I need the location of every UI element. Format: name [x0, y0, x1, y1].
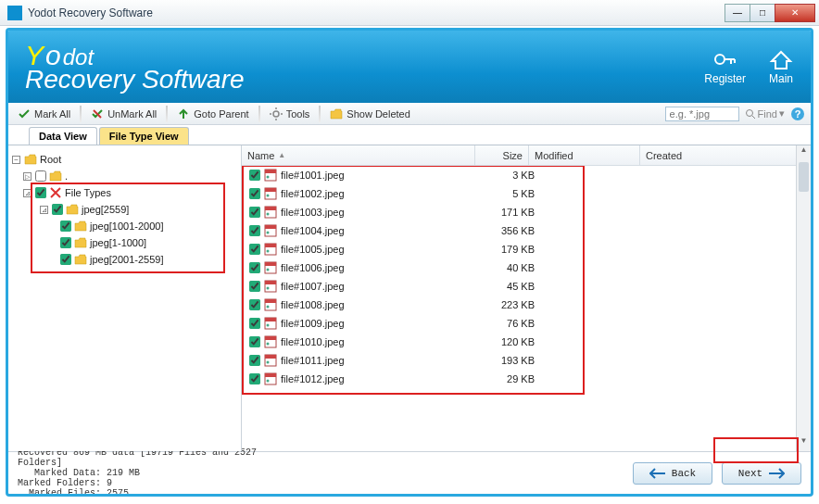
file-checkbox[interactable]	[249, 188, 260, 199]
column-created[interactable]: Created	[640, 145, 811, 165]
file-size: 356 KB	[486, 225, 540, 236]
column-modified[interactable]: Modified	[529, 145, 640, 165]
file-name: file#1002.jpeg	[281, 188, 486, 199]
svg-point-14	[267, 213, 270, 216]
file-size: 179 KB	[486, 244, 540, 255]
svg-rect-28	[265, 299, 276, 303]
image-file-icon	[264, 354, 277, 367]
file-checkbox[interactable]	[249, 281, 260, 292]
file-size: 223 KB	[486, 299, 540, 310]
file-checkbox[interactable]	[249, 336, 260, 347]
tree-checkbox[interactable]	[60, 220, 71, 232]
back-button[interactable]: Back	[633, 462, 712, 485]
scroll-down-icon[interactable]: ▼	[797, 436, 811, 451]
file-row[interactable]: file#1003.jpeg 171 KB	[242, 203, 811, 221]
tree-jpeg-1001[interactable]: jpeg[1001-2000]	[12, 218, 237, 234]
unmark-all-button[interactable]: UnMark All	[87, 106, 160, 122]
file-checkbox[interactable]	[249, 207, 260, 218]
svg-rect-31	[265, 318, 276, 321]
status-text: Recovered 869 MB data [19719 Files and 2…	[18, 447, 257, 497]
file-row[interactable]: file#1010.jpeg 120 KB	[242, 333, 811, 351]
file-name: file#1007.jpeg	[281, 281, 486, 292]
scroll-up-icon[interactable]: ▲	[797, 145, 811, 160]
tree-dot[interactable]: ▷ .	[12, 168, 237, 184]
collapse-icon[interactable]: ⊿	[40, 206, 48, 214]
svg-rect-40	[265, 373, 276, 377]
file-row[interactable]: file#1002.jpeg 5 KB	[242, 184, 811, 203]
file-row[interactable]: file#1007.jpeg 45 KB	[242, 277, 811, 296]
image-file-icon	[264, 224, 277, 237]
main-button[interactable]: Main	[768, 48, 794, 85]
tab-data-view[interactable]: Data View	[29, 127, 97, 145]
help-icon[interactable]: ?	[790, 107, 805, 121]
collapse-icon[interactable]: −	[12, 156, 20, 164]
mark-all-button[interactable]: Mark All	[14, 106, 74, 122]
svg-point-32	[267, 324, 270, 327]
svg-rect-19	[265, 244, 276, 247]
file-name: file#1005.jpeg	[281, 244, 486, 255]
file-name: file#1006.jpeg	[281, 262, 486, 273]
file-checkbox[interactable]	[249, 244, 260, 255]
file-checkbox[interactable]	[249, 170, 260, 181]
tree-checkbox[interactable]	[60, 254, 71, 265]
column-size[interactable]: Size	[475, 145, 529, 165]
file-row[interactable]: file#1004.jpeg 356 KB	[242, 221, 811, 240]
tools-button[interactable]: Tools	[266, 106, 314, 122]
folder-open-icon	[330, 107, 343, 120]
image-file-icon	[264, 298, 277, 311]
file-name: file#1008.jpeg	[281, 299, 486, 310]
register-button[interactable]: Register	[704, 48, 746, 85]
search-icon	[745, 108, 756, 120]
tab-file-type-view[interactable]: File Type View	[99, 127, 189, 145]
folder-tree: − Root ▷ . ⊿ File Types ⊿	[8, 145, 242, 451]
image-file-icon	[264, 261, 277, 274]
svg-point-35	[267, 343, 270, 346]
collapse-icon[interactable]: ⊿	[23, 189, 32, 197]
file-row[interactable]: file#1005.jpeg 179 KB	[242, 240, 811, 258]
file-checkbox[interactable]	[249, 318, 260, 329]
image-file-icon	[264, 335, 277, 348]
scrollbar[interactable]: ▲ ▼	[796, 145, 811, 451]
svg-rect-13	[265, 207, 276, 210]
tree-checkbox[interactable]	[35, 187, 46, 198]
tree-checkbox[interactable]	[52, 204, 63, 215]
svg-rect-37	[265, 355, 276, 359]
file-row[interactable]: file#1008.jpeg 223 KB	[242, 296, 811, 314]
file-row[interactable]: file#1006.jpeg 40 KB	[242, 258, 811, 277]
tree-jpeg-2001[interactable]: jpeg[2001-2559]	[12, 251, 237, 268]
expand-icon[interactable]: ▷	[23, 172, 32, 181]
file-row[interactable]: file#1011.jpeg 193 KB	[242, 351, 811, 370]
file-checkbox[interactable]	[249, 373, 260, 384]
minimize-button[interactable]: —	[724, 4, 750, 22]
tree-file-types[interactable]: ⊿ File Types	[12, 184, 237, 201]
svg-point-26	[267, 287, 270, 290]
maximize-button[interactable]: □	[750, 4, 775, 22]
tree-jpeg-1[interactable]: jpeg[1-1000]	[12, 234, 237, 251]
tree-checkbox[interactable]	[60, 237, 71, 248]
scroll-thumb[interactable]	[799, 162, 809, 192]
tree-root[interactable]: − Root	[12, 151, 237, 168]
next-button[interactable]: Next	[722, 462, 801, 485]
folder-icon	[74, 220, 87, 233]
file-checkbox[interactable]	[249, 355, 260, 366]
show-deleted-button[interactable]: Show Deleted	[326, 106, 414, 122]
app-header: Yodot Recovery Software Register Main	[8, 31, 811, 103]
file-checkbox[interactable]	[249, 299, 260, 310]
file-size: 40 KB	[486, 262, 540, 273]
file-checkbox[interactable]	[249, 225, 260, 236]
app-icon	[7, 6, 22, 20]
close-button[interactable]: ✕	[775, 4, 815, 22]
logo: Yodot Recovery Software	[25, 43, 245, 91]
find-button[interactable]: Find ▾	[745, 107, 785, 120]
file-checkbox[interactable]	[249, 262, 260, 273]
file-row[interactable]: file#1001.jpeg 3 KB	[242, 166, 811, 184]
column-name[interactable]: Name▲	[242, 145, 475, 165]
goto-parent-button[interactable]: Goto Parent	[173, 106, 252, 122]
tree-checkbox[interactable]	[35, 170, 46, 182]
svg-point-20	[267, 250, 270, 253]
file-row[interactable]: file#1009.jpeg 76 KB	[242, 314, 811, 333]
search-input[interactable]	[665, 107, 739, 121]
key-icon	[712, 48, 738, 70]
tree-jpeg-main[interactable]: ⊿ jpeg[2559]	[12, 201, 237, 218]
file-row[interactable]: file#1012.jpeg 29 KB	[242, 370, 811, 388]
